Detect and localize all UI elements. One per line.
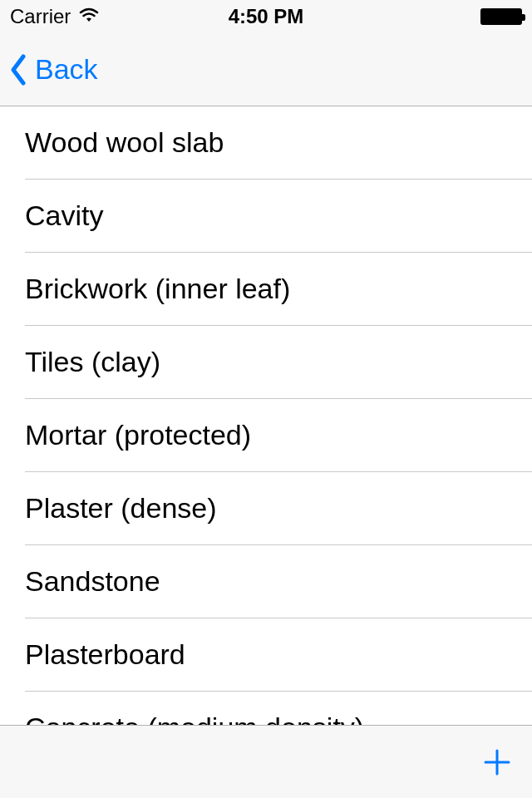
status-bar: Carrier 4:50 PM [0, 0, 532, 33]
status-right [480, 8, 522, 25]
list-item[interactable]: Sandstone [25, 545, 532, 618]
list-item[interactable]: Wood wool slab [25, 106, 532, 180]
back-label: Back [35, 53, 98, 86]
status-time: 4:50 PM [229, 5, 304, 28]
list-item[interactable]: Mortar (protected) [25, 399, 532, 472]
plus-icon [480, 746, 514, 779]
list-container[interactable]: Wood wool slab Cavity Brickwork (inner l… [0, 106, 532, 725]
list-item[interactable]: Tiles (clay) [25, 326, 532, 399]
battery-icon [480, 8, 522, 25]
navigation-bar: Back [0, 33, 532, 106]
list-item[interactable]: Concrete (medium density) [25, 692, 532, 725]
add-button[interactable] [479, 744, 515, 781]
list-item[interactable]: Plasterboard [25, 618, 532, 692]
list-item[interactable]: Brickwork (inner leaf) [25, 253, 532, 326]
carrier-label: Carrier [10, 5, 71, 28]
wifi-icon [77, 5, 101, 28]
toolbar [0, 725, 532, 798]
chevron-left-icon [8, 53, 28, 86]
list-item[interactable]: Cavity [25, 180, 532, 253]
status-left: Carrier [10, 5, 101, 28]
list-item[interactable]: Plaster (dense) [25, 472, 532, 545]
back-button[interactable]: Back [8, 53, 98, 86]
